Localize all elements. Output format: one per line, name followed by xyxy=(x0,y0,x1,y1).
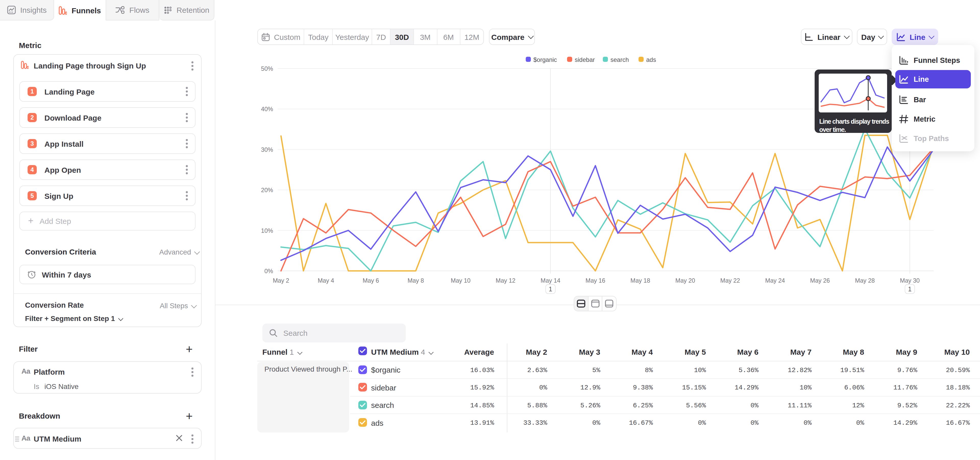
svg-text:search: search xyxy=(611,56,629,63)
svg-text:May 16: May 16 xyxy=(585,277,605,284)
svg-text:May 24: May 24 xyxy=(765,277,785,284)
svg-text:50%: 50% xyxy=(261,65,273,72)
svg-text:40%: 40% xyxy=(261,106,273,112)
svg-text:ads: ads xyxy=(646,56,656,63)
svg-text:1: 1 xyxy=(908,286,912,292)
svg-text:May 28: May 28 xyxy=(855,277,875,284)
svg-text:0%: 0% xyxy=(264,268,273,275)
svg-text:May 8: May 8 xyxy=(407,277,424,284)
svg-text:May 4: May 4 xyxy=(318,277,334,284)
svg-text:May 18: May 18 xyxy=(630,277,650,284)
svg-text:May 6: May 6 xyxy=(363,277,379,284)
svg-text:1: 1 xyxy=(549,286,552,292)
svg-text:$organic: $organic xyxy=(533,56,557,63)
svg-text:May 14: May 14 xyxy=(541,277,560,284)
svg-text:10%: 10% xyxy=(261,227,273,234)
svg-text:May 26: May 26 xyxy=(810,277,830,284)
svg-text:May 10: May 10 xyxy=(451,277,470,284)
svg-text:May 12: May 12 xyxy=(496,277,515,284)
svg-text:20%: 20% xyxy=(261,187,273,193)
svg-text:May 20: May 20 xyxy=(675,277,695,284)
svg-text:May 30: May 30 xyxy=(900,277,920,284)
svg-text:May 2: May 2 xyxy=(273,277,289,284)
svg-text:30%: 30% xyxy=(261,147,273,153)
svg-text:sidebar: sidebar xyxy=(575,56,595,63)
svg-text:May 22: May 22 xyxy=(720,277,740,284)
